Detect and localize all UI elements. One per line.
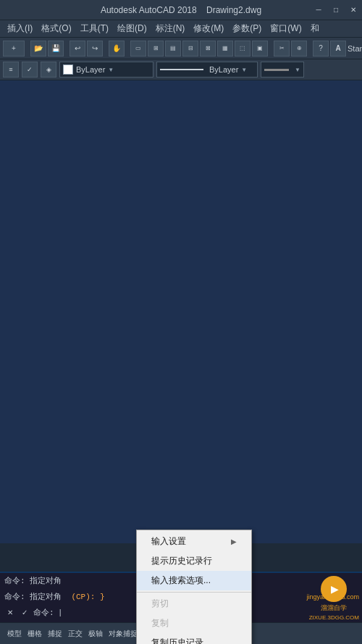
linetype-arrow-icon: ▼ (241, 67, 247, 73)
toolbar-btn-8[interactable]: ▣ (252, 41, 268, 57)
linetype-dropdown[interactable]: ByLayer ▼ (156, 62, 258, 78)
layer-btn-1[interactable]: ≡ (3, 62, 19, 78)
lineweight-dropdown[interactable]: ▼ (261, 62, 304, 78)
ctx-copy-history[interactable]: 复制历史记录 (137, 633, 251, 644)
menu-extra[interactable]: 和 (306, 21, 324, 36)
status-grid[interactable]: 栅格 (25, 627, 45, 640)
watermark-sub: jingyan.baidu.com (306, 593, 359, 601)
ctx-search-options-label: 输入搜索选项... (151, 574, 211, 587)
toolbar-btn-1[interactable]: ▭ (130, 41, 146, 57)
linetype-preview (160, 69, 203, 70)
command-prompt: 命令: (33, 607, 54, 618)
toolbar-btn-9[interactable]: ✂ (274, 41, 290, 57)
watermark-url: ZIXUE.3DGG.COM (309, 614, 359, 621)
menu-insert[interactable]: 插入(I) (3, 21, 37, 36)
toolbar-btn-5[interactable]: ⊠ (200, 41, 216, 57)
drawing-area[interactable]: 输入设置 ▶ 提示历史记录行 输入搜索选项... 剪切 复制 复制历史记录 粘贴… (0, 80, 362, 543)
layer-dropdown[interactable]: ByLayer ▼ (59, 62, 153, 78)
toolbar-btn-6[interactable]: ▦ (217, 41, 233, 57)
toolbar-row1: + 📂 💾 ↩ ↪ ✋ ▭ ⊞ ▤ ⊟ ⊠ ▦ ⬚ ▣ ✂ ⊕ ? A Stan… (0, 38, 362, 59)
standard-label: Standard (348, 44, 362, 53)
ctx-cut-label: 剪切 (151, 598, 169, 610)
ctx-search-options[interactable]: 输入搜索选项... (137, 571, 251, 590)
cmd-close-icon[interactable]: ✕ (4, 606, 16, 618)
toolbar-btn-save[interactable]: 💾 (48, 41, 64, 57)
layer-color-box (63, 64, 73, 75)
command-icons: ✕ ✓ (4, 606, 30, 618)
toolbar-btn-text[interactable]: A (330, 41, 346, 57)
ctx-separator-1 (137, 592, 251, 593)
layer-btn-2[interactable]: ✓ (22, 62, 38, 78)
command-cursor: | (57, 608, 62, 616)
menu-tools[interactable]: 工具(T) (76, 21, 113, 36)
ctx-cut: 剪切 (137, 594, 251, 614)
context-menu: 输入设置 ▶ 提示历史记录行 输入搜索选项... 剪切 复制 复制历史记录 粘贴… (136, 530, 252, 644)
toolbar-btn-undo[interactable]: ↩ (70, 41, 85, 57)
minimize-button[interactable]: ─ (310, 0, 327, 20)
menu-format[interactable]: 格式(O) (37, 21, 75, 36)
toolbar-btn-3[interactable]: ▤ (165, 41, 181, 57)
layer-btn-3[interactable]: ◈ (41, 62, 56, 78)
command-line-2-suffix: (CP): } (67, 593, 105, 601)
ctx-input-settings-label: 输入设置 (151, 535, 186, 548)
ctx-history-label: 提示历史记录行 (151, 555, 212, 567)
ctx-input-settings[interactable]: 输入设置 ▶ (137, 532, 251, 551)
status-ortho[interactable]: 正交 (65, 627, 85, 640)
ctx-history[interactable]: 提示历史记录行 (137, 551, 251, 571)
menu-param[interactable]: 参数(P) (228, 21, 266, 36)
ctx-copy: 复制 (137, 614, 251, 633)
status-osnap[interactable]: 对象捕捉 (106, 627, 140, 640)
layer-arrow-icon: ▼ (108, 67, 114, 73)
menu-dimension[interactable]: 标注(N) (151, 21, 190, 36)
lineweight-arrow-icon: ▼ (295, 67, 300, 73)
cmd-check-icon[interactable]: ✓ (19, 606, 30, 618)
maximize-button[interactable]: □ (327, 0, 345, 20)
toolbar-btn-2[interactable]: ⊞ (148, 41, 164, 57)
toolbar-btn-pan[interactable]: ✋ (109, 41, 125, 57)
toolbar-btn-7[interactable]: ⬚ (235, 41, 251, 57)
menu-draw[interactable]: 绘图(D) (113, 21, 151, 36)
menu-modify[interactable]: 修改(M) (189, 21, 228, 36)
toolbar-row2: ≡ ✓ ◈ ByLayer ▼ ByLayer ▼ ▼ (0, 59, 362, 80)
toolbar-btn-4[interactable]: ⊟ (182, 41, 198, 57)
ctx-copy-history-label: 复制历史记录 (151, 637, 203, 644)
lineweight-preview (264, 69, 289, 71)
status-polar[interactable]: 极轴 (85, 627, 106, 640)
window-controls: ─ □ ✕ (310, 0, 362, 20)
status-model[interactable]: 模型 (4, 627, 25, 640)
ctx-input-settings-arrow: ▶ (231, 538, 237, 545)
ctx-copy-label: 复制 (151, 617, 169, 630)
app-title: Autodesk AutoCAD 2018 Drawing2.dwg (101, 5, 261, 15)
title-bar: Autodesk AutoCAD 2018 Drawing2.dwg ─ □ ✕ (0, 0, 362, 20)
toolbar-btn-open[interactable]: 📂 (30, 41, 46, 57)
watermark-site: 溜溜自学 (321, 603, 347, 613)
layer-name: ByLayer (76, 65, 105, 74)
toolbar-btn-redo[interactable]: ↪ (87, 41, 103, 57)
status-snap[interactable]: 捕捉 (45, 627, 65, 640)
menu-window[interactable]: 窗口(W) (266, 21, 306, 36)
linetype-name: ByLayer (209, 65, 238, 74)
new-tab-button[interactable]: + (3, 41, 25, 57)
toolbar-area: + 📂 💾 ↩ ↪ ✋ ▭ ⊞ ▤ ⊟ ⊠ ▦ ⬚ ▣ ✂ ⊕ ? A Stan… (0, 38, 362, 80)
close-button[interactable]: ✕ (345, 0, 362, 20)
toolbar-btn-10[interactable]: ⊕ (291, 41, 307, 57)
toolbar-btn-help[interactable]: ? (313, 41, 329, 57)
menu-bar: 插入(I) 格式(O) 工具(T) 绘图(D) 标注(N) 修改(M) 参数(P… (0, 20, 362, 38)
